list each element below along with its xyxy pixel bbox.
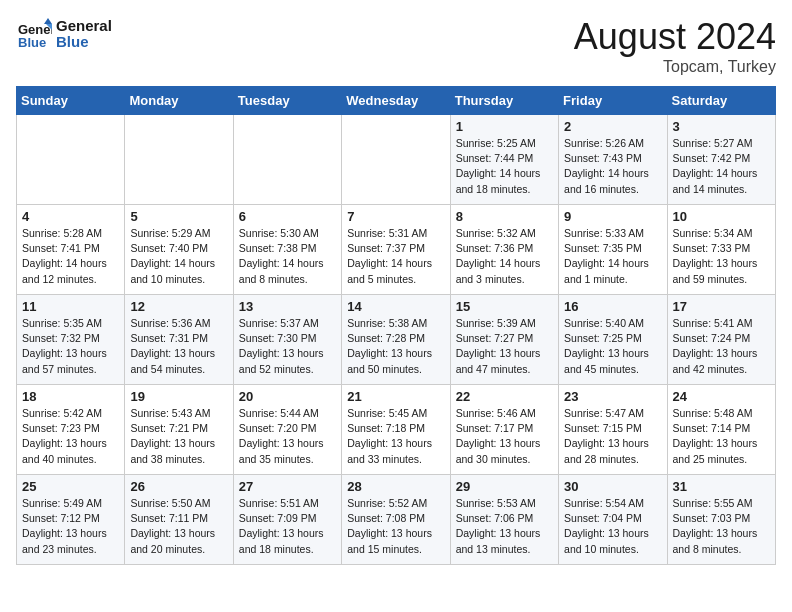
day-number: 22 [456, 389, 553, 404]
day-number: 20 [239, 389, 336, 404]
day-info: Sunrise: 5:54 AMSunset: 7:04 PMDaylight:… [564, 496, 661, 557]
calendar-title: August 2024 [574, 16, 776, 58]
day-number: 2 [564, 119, 661, 134]
day-info: Sunrise: 5:43 AMSunset: 7:21 PMDaylight:… [130, 406, 227, 467]
calendar-table: SundayMondayTuesdayWednesdayThursdayFrid… [16, 86, 776, 565]
day-info: Sunrise: 5:53 AMSunset: 7:06 PMDaylight:… [456, 496, 553, 557]
day-number: 30 [564, 479, 661, 494]
day-info: Sunrise: 5:38 AMSunset: 7:28 PMDaylight:… [347, 316, 444, 377]
calendar-cell [17, 115, 125, 205]
day-number: 17 [673, 299, 770, 314]
day-info: Sunrise: 5:37 AMSunset: 7:30 PMDaylight:… [239, 316, 336, 377]
day-info: Sunrise: 5:30 AMSunset: 7:38 PMDaylight:… [239, 226, 336, 287]
header-cell-friday: Friday [559, 87, 667, 115]
calendar-cell: 30Sunrise: 5:54 AMSunset: 7:04 PMDayligh… [559, 475, 667, 565]
svg-marker-2 [44, 18, 52, 24]
day-number: 8 [456, 209, 553, 224]
calendar-cell: 3Sunrise: 5:27 AMSunset: 7:42 PMDaylight… [667, 115, 775, 205]
day-number: 3 [673, 119, 770, 134]
day-info: Sunrise: 5:51 AMSunset: 7:09 PMDaylight:… [239, 496, 336, 557]
header-row: SundayMondayTuesdayWednesdayThursdayFrid… [17, 87, 776, 115]
calendar-cell: 7Sunrise: 5:31 AMSunset: 7:37 PMDaylight… [342, 205, 450, 295]
day-info: Sunrise: 5:35 AMSunset: 7:32 PMDaylight:… [22, 316, 119, 377]
day-number: 4 [22, 209, 119, 224]
day-number: 31 [673, 479, 770, 494]
calendar-cell: 29Sunrise: 5:53 AMSunset: 7:06 PMDayligh… [450, 475, 558, 565]
header-cell-sunday: Sunday [17, 87, 125, 115]
calendar-cell [125, 115, 233, 205]
calendar-cell: 14Sunrise: 5:38 AMSunset: 7:28 PMDayligh… [342, 295, 450, 385]
day-number: 28 [347, 479, 444, 494]
day-number: 21 [347, 389, 444, 404]
calendar-cell: 28Sunrise: 5:52 AMSunset: 7:08 PMDayligh… [342, 475, 450, 565]
calendar-cell: 1Sunrise: 5:25 AMSunset: 7:44 PMDaylight… [450, 115, 558, 205]
day-info: Sunrise: 5:45 AMSunset: 7:18 PMDaylight:… [347, 406, 444, 467]
week-row-3: 11Sunrise: 5:35 AMSunset: 7:32 PMDayligh… [17, 295, 776, 385]
day-info: Sunrise: 5:44 AMSunset: 7:20 PMDaylight:… [239, 406, 336, 467]
day-number: 23 [564, 389, 661, 404]
header-cell-monday: Monday [125, 87, 233, 115]
day-info: Sunrise: 5:40 AMSunset: 7:25 PMDaylight:… [564, 316, 661, 377]
calendar-cell: 16Sunrise: 5:40 AMSunset: 7:25 PMDayligh… [559, 295, 667, 385]
svg-text:Blue: Blue [18, 35, 46, 50]
day-number: 10 [673, 209, 770, 224]
day-number: 5 [130, 209, 227, 224]
calendar-cell: 18Sunrise: 5:42 AMSunset: 7:23 PMDayligh… [17, 385, 125, 475]
calendar-cell: 15Sunrise: 5:39 AMSunset: 7:27 PMDayligh… [450, 295, 558, 385]
day-info: Sunrise: 5:42 AMSunset: 7:23 PMDaylight:… [22, 406, 119, 467]
calendar-header: SundayMondayTuesdayWednesdayThursdayFrid… [17, 87, 776, 115]
calendar-cell: 27Sunrise: 5:51 AMSunset: 7:09 PMDayligh… [233, 475, 341, 565]
day-info: Sunrise: 5:33 AMSunset: 7:35 PMDaylight:… [564, 226, 661, 287]
page-header: General Blue General Blue August 2024 To… [16, 16, 776, 76]
calendar-cell [233, 115, 341, 205]
week-row-1: 1Sunrise: 5:25 AMSunset: 7:44 PMDaylight… [17, 115, 776, 205]
day-info: Sunrise: 5:47 AMSunset: 7:15 PMDaylight:… [564, 406, 661, 467]
day-info: Sunrise: 5:27 AMSunset: 7:42 PMDaylight:… [673, 136, 770, 197]
calendar-cell: 23Sunrise: 5:47 AMSunset: 7:15 PMDayligh… [559, 385, 667, 475]
day-info: Sunrise: 5:39 AMSunset: 7:27 PMDaylight:… [456, 316, 553, 377]
calendar-cell: 19Sunrise: 5:43 AMSunset: 7:21 PMDayligh… [125, 385, 233, 475]
day-info: Sunrise: 5:49 AMSunset: 7:12 PMDaylight:… [22, 496, 119, 557]
calendar-cell: 22Sunrise: 5:46 AMSunset: 7:17 PMDayligh… [450, 385, 558, 475]
logo-text-general: General [56, 18, 112, 35]
day-number: 13 [239, 299, 336, 314]
week-row-4: 18Sunrise: 5:42 AMSunset: 7:23 PMDayligh… [17, 385, 776, 475]
day-info: Sunrise: 5:36 AMSunset: 7:31 PMDaylight:… [130, 316, 227, 377]
day-number: 24 [673, 389, 770, 404]
day-number: 7 [347, 209, 444, 224]
header-cell-saturday: Saturday [667, 87, 775, 115]
calendar-cell: 20Sunrise: 5:44 AMSunset: 7:20 PMDayligh… [233, 385, 341, 475]
calendar-cell: 4Sunrise: 5:28 AMSunset: 7:41 PMDaylight… [17, 205, 125, 295]
calendar-cell: 26Sunrise: 5:50 AMSunset: 7:11 PMDayligh… [125, 475, 233, 565]
day-number: 6 [239, 209, 336, 224]
calendar-cell: 11Sunrise: 5:35 AMSunset: 7:32 PMDayligh… [17, 295, 125, 385]
day-info: Sunrise: 5:32 AMSunset: 7:36 PMDaylight:… [456, 226, 553, 287]
week-row-2: 4Sunrise: 5:28 AMSunset: 7:41 PMDaylight… [17, 205, 776, 295]
calendar-cell: 6Sunrise: 5:30 AMSunset: 7:38 PMDaylight… [233, 205, 341, 295]
calendar-cell: 21Sunrise: 5:45 AMSunset: 7:18 PMDayligh… [342, 385, 450, 475]
day-number: 18 [22, 389, 119, 404]
day-number: 25 [22, 479, 119, 494]
day-number: 11 [22, 299, 119, 314]
calendar-cell: 5Sunrise: 5:29 AMSunset: 7:40 PMDaylight… [125, 205, 233, 295]
day-number: 16 [564, 299, 661, 314]
logo-text-blue: Blue [56, 34, 112, 51]
day-number: 29 [456, 479, 553, 494]
day-info: Sunrise: 5:50 AMSunset: 7:11 PMDaylight:… [130, 496, 227, 557]
calendar-cell: 9Sunrise: 5:33 AMSunset: 7:35 PMDaylight… [559, 205, 667, 295]
calendar-subtitle: Topcam, Turkey [574, 58, 776, 76]
day-info: Sunrise: 5:52 AMSunset: 7:08 PMDaylight:… [347, 496, 444, 557]
logo-icon: General Blue [16, 16, 52, 52]
day-info: Sunrise: 5:25 AMSunset: 7:44 PMDaylight:… [456, 136, 553, 197]
calendar-cell: 31Sunrise: 5:55 AMSunset: 7:03 PMDayligh… [667, 475, 775, 565]
day-info: Sunrise: 5:34 AMSunset: 7:33 PMDaylight:… [673, 226, 770, 287]
calendar-cell [342, 115, 450, 205]
day-info: Sunrise: 5:31 AMSunset: 7:37 PMDaylight:… [347, 226, 444, 287]
calendar-cell: 17Sunrise: 5:41 AMSunset: 7:24 PMDayligh… [667, 295, 775, 385]
header-cell-wednesday: Wednesday [342, 87, 450, 115]
title-section: August 2024 Topcam, Turkey [574, 16, 776, 76]
calendar-cell: 10Sunrise: 5:34 AMSunset: 7:33 PMDayligh… [667, 205, 775, 295]
day-number: 27 [239, 479, 336, 494]
week-row-5: 25Sunrise: 5:49 AMSunset: 7:12 PMDayligh… [17, 475, 776, 565]
header-cell-tuesday: Tuesday [233, 87, 341, 115]
